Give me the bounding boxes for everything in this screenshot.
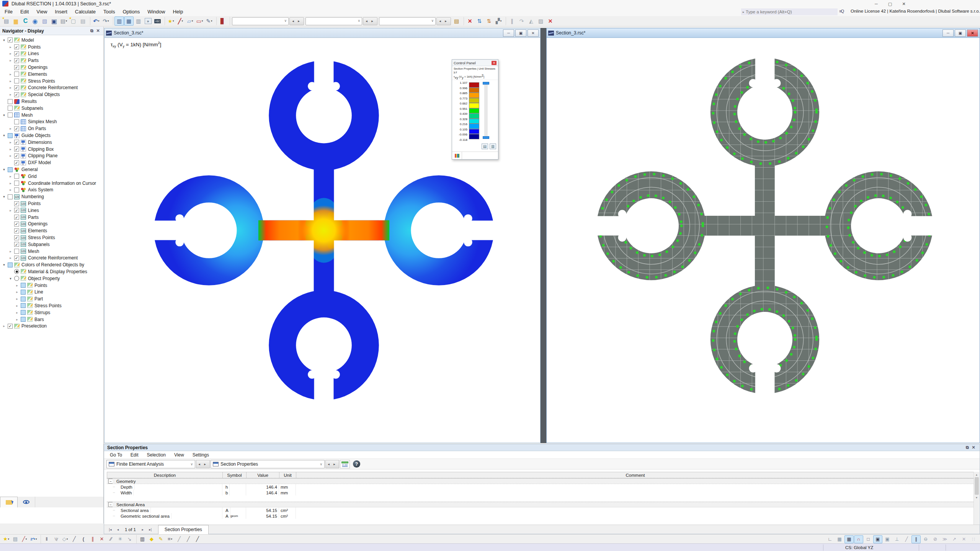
panel-menu-item[interactable]: Selection	[143, 452, 170, 458]
menu-item[interactable]: Tools	[100, 8, 119, 16]
snap-dots-icon[interactable]	[969, 535, 978, 543]
view-combo[interactable]	[232, 17, 289, 25]
measure-icon[interactable]	[507, 16, 517, 26]
tree-item[interactable]: Points	[0, 44, 103, 51]
search-input[interactable]	[746, 10, 826, 14]
expand-toggle-icon[interactable]	[8, 174, 13, 178]
tree-item[interactable]: Parts	[0, 214, 103, 221]
snap-arrow-icon[interactable]	[950, 535, 959, 543]
slider-min-handle[interactable]	[483, 136, 489, 139]
guideline-snap-icon[interactable]	[940, 535, 949, 543]
prev-page-button[interactable]: ◂	[114, 526, 122, 533]
center-snap-icon[interactable]	[873, 535, 882, 543]
dropdown-arrow-icon[interactable]: ▾	[108, 20, 109, 23]
dropdown-arrow-icon[interactable]: ▾	[67, 538, 68, 541]
scrollbar-thumb[interactable]	[975, 477, 979, 495]
tree-item[interactable]: Stress Points	[0, 234, 103, 241]
circle-snap-icon[interactable]	[931, 535, 940, 543]
save-icon[interactable]	[49, 16, 59, 26]
separator[interactable]	[134, 535, 137, 543]
tree-checkbox[interactable]	[14, 126, 19, 131]
axes-y-icon[interactable]	[475, 16, 484, 26]
tree-checkbox[interactable]	[8, 167, 13, 172]
tree-checkbox[interactable]	[14, 174, 19, 179]
new-line-icon[interactable]: ▾	[176, 16, 185, 26]
new-part-icon[interactable]: ▾	[185, 16, 195, 26]
tree-checkbox[interactable]	[14, 140, 19, 145]
table-select-combo[interactable]: Section Properties ∨	[211, 460, 325, 468]
table-tab-section-properties[interactable]: Section Properties	[158, 525, 209, 534]
chevron-down-icon[interactable]: ∨	[190, 462, 193, 466]
perpendicular-snap-icon[interactable]	[892, 535, 902, 543]
tree-item[interactable]: Mesh	[0, 112, 103, 119]
expand-toggle-icon[interactable]	[15, 290, 20, 294]
workplane-combo[interactable]	[305, 17, 362, 25]
tree-item[interactable]: Special Objects	[0, 91, 103, 98]
tree-item[interactable]: Elements	[0, 71, 103, 78]
mdi-restore-button[interactable]: ▣	[955, 29, 966, 37]
mesh-plot-canvas[interactable]	[547, 38, 980, 443]
restore-button[interactable]: ▢	[884, 0, 897, 7]
tree-item[interactable]: On Parts	[0, 125, 103, 132]
analysis-type-combo[interactable]: Finite Element Analysis ∨	[106, 460, 195, 468]
tree-checkbox[interactable]	[14, 208, 19, 213]
dim-cross-icon[interactable]	[97, 535, 106, 543]
dim-segment-icon[interactable]	[70, 535, 79, 543]
separator[interactable]	[162, 17, 165, 25]
help-icon[interactable]: ?	[353, 460, 360, 468]
tree-checkbox[interactable]	[14, 256, 19, 261]
tables-toggle-icon[interactable]	[124, 16, 134, 26]
separator[interactable]	[214, 17, 217, 25]
axes-x-icon[interactable]	[484, 16, 494, 26]
tree-item[interactable]: Model	[0, 37, 103, 44]
plane-combo[interactable]	[379, 17, 436, 25]
panel-menu-item[interactable]: View	[170, 452, 188, 458]
tree-checkbox[interactable]	[21, 303, 26, 308]
expand-toggle-icon[interactable]	[8, 154, 13, 158]
weld-icon[interactable]	[147, 535, 156, 543]
new-opening-icon[interactable]: ▾	[195, 16, 204, 26]
separator[interactable]	[111, 17, 113, 25]
expand-toggle-icon[interactable]	[15, 284, 20, 287]
tree-checkbox[interactable]	[14, 92, 19, 97]
dropdown-arrow-icon[interactable]: ▾	[26, 538, 27, 541]
table-scrollbar[interactable]: ▴ ▾	[973, 472, 979, 525]
collapse-group-icon[interactable]: −	[108, 502, 113, 507]
print-icon[interactable]: ▾	[59, 16, 69, 26]
tree-checkbox[interactable]	[14, 85, 19, 90]
origin-snap-icon[interactable]	[825, 535, 835, 543]
tree-item[interactable]: Openings	[0, 221, 103, 228]
separator[interactable]	[88, 17, 90, 25]
tangent-snap-icon[interactable]	[921, 535, 930, 543]
expand-toggle-icon[interactable]	[2, 263, 7, 267]
expand-toggle-icon[interactable]	[8, 79, 13, 83]
tree-item[interactable]: Results	[0, 98, 103, 105]
menu-item[interactable]: Window	[144, 8, 169, 16]
dropdown-arrow-icon[interactable]: ▾	[500, 20, 502, 23]
dropdown-arrow-icon[interactable]: ▾	[211, 20, 212, 23]
workplane-spin-buttons[interactable]	[363, 17, 377, 25]
tree-checkbox[interactable]	[14, 153, 19, 158]
tree-item[interactable]: Lines	[0, 51, 103, 57]
rotate-view-icon[interactable]	[517, 16, 526, 26]
tree-item[interactable]: Preselection	[0, 323, 103, 329]
dim-arc-icon[interactable]	[79, 535, 88, 543]
tree-item[interactable]: Object Property	[0, 275, 103, 282]
expand-toggle-icon[interactable]	[8, 140, 13, 144]
dim-parallel-icon[interactable]	[88, 535, 97, 543]
endpoint-snap-icon[interactable]	[864, 535, 873, 543]
mdi-close-button[interactable]: ✕	[528, 29, 539, 37]
chevron-down-icon[interactable]: ∨	[320, 462, 322, 466]
open-file-icon[interactable]	[11, 16, 21, 26]
table-row[interactable]: Width b 146.4 mm	[107, 490, 975, 496]
mesh-viewport-titlebar[interactable]: Section_3.rsc* ─ ▣ ✕	[547, 28, 980, 38]
expand-toggle-icon[interactable]	[8, 93, 13, 96]
stress-analysis-icon[interactable]: ▾	[494, 16, 503, 26]
connect-icon[interactable]	[21, 16, 30, 26]
new-model-icon[interactable]	[2, 16, 11, 26]
menu-item[interactable]: File	[1, 8, 16, 16]
tree-checkbox[interactable]	[8, 37, 13, 42]
tree-checkbox[interactable]	[14, 228, 19, 233]
tree-item[interactable]: Elements	[0, 227, 103, 234]
tree-checkbox[interactable]	[21, 297, 26, 302]
